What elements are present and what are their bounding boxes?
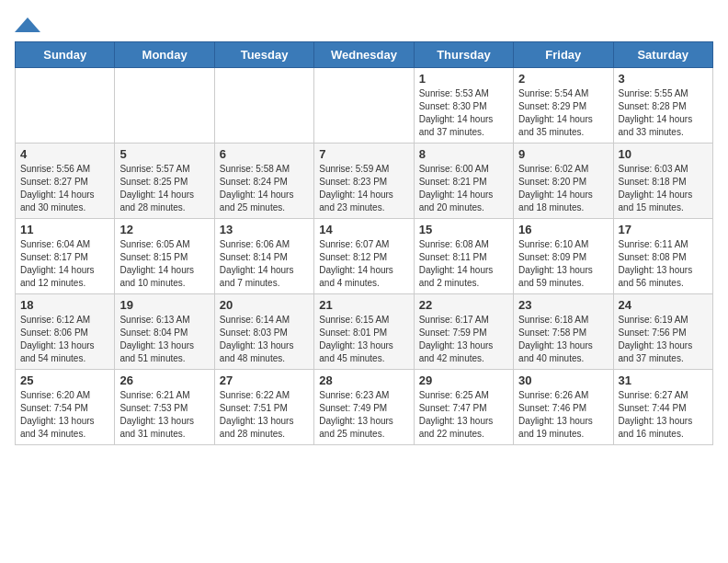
calendar-cell: 26Sunrise: 6:21 AM Sunset: 7:53 PM Dayli… (115, 370, 214, 445)
day-info: Sunrise: 6:04 AM Sunset: 8:17 PM Dayligh… (20, 238, 109, 290)
day-info: Sunrise: 6:11 AM Sunset: 8:08 PM Dayligh… (619, 238, 708, 290)
calendar-cell: 24Sunrise: 6:19 AM Sunset: 7:56 PM Dayli… (613, 294, 712, 370)
day-info: Sunrise: 6:06 AM Sunset: 8:14 PM Dayligh… (220, 238, 309, 290)
day-info: Sunrise: 5:56 AM Sunset: 8:27 PM Dayligh… (20, 163, 109, 214)
day-number: 24 (619, 298, 708, 312)
calendar-cell: 29Sunrise: 6:25 AM Sunset: 7:47 PM Dayli… (414, 370, 513, 445)
calendar-cell: 25Sunrise: 6:20 AM Sunset: 7:54 PM Dayli… (16, 370, 115, 445)
logo (15, 15, 44, 34)
header (15, 15, 713, 34)
day-number: 16 (518, 223, 608, 236)
calendar-cell: 20Sunrise: 6:14 AM Sunset: 8:03 PM Dayli… (214, 294, 313, 370)
day-number: 6 (220, 147, 309, 161)
day-info: Sunrise: 6:00 AM Sunset: 8:21 PM Dayligh… (419, 163, 508, 214)
day-info: Sunrise: 5:57 AM Sunset: 8:25 PM Dayligh… (119, 163, 209, 214)
day-info: Sunrise: 6:15 AM Sunset: 8:01 PM Dayligh… (319, 314, 408, 365)
day-number: 3 (619, 72, 708, 86)
day-number: 30 (518, 373, 608, 387)
day-info: Sunrise: 6:26 AM Sunset: 7:46 PM Dayligh… (518, 389, 608, 441)
day-number: 13 (220, 223, 309, 236)
day-info: Sunrise: 6:10 AM Sunset: 8:09 PM Dayligh… (518, 238, 608, 290)
calendar-cell: 23Sunrise: 6:18 AM Sunset: 7:58 PM Dayli… (514, 294, 613, 370)
day-number: 22 (419, 298, 508, 312)
calendar-header-row: SundayMondayTuesdayWednesdayThursdayFrid… (16, 42, 713, 68)
svg-marker-0 (15, 17, 40, 32)
day-number: 19 (119, 298, 209, 312)
day-info: Sunrise: 6:21 AM Sunset: 7:53 PM Dayligh… (119, 389, 209, 441)
day-number: 5 (119, 147, 209, 161)
day-info: Sunrise: 5:53 AM Sunset: 8:30 PM Dayligh… (419, 87, 508, 139)
day-number: 31 (619, 373, 708, 387)
calendar-cell: 5Sunrise: 5:57 AM Sunset: 8:25 PM Daylig… (115, 144, 214, 219)
day-number: 28 (319, 373, 408, 387)
calendar-cell: 30Sunrise: 6:26 AM Sunset: 7:46 PM Dayli… (514, 370, 613, 445)
calendar-cell: 10Sunrise: 6:03 AM Sunset: 8:18 PM Dayli… (613, 144, 712, 219)
calendar-cell: 19Sunrise: 6:13 AM Sunset: 8:04 PM Dayli… (115, 294, 214, 370)
day-header-sunday: Sunday (16, 42, 115, 68)
calendar-cell: 6Sunrise: 5:58 AM Sunset: 8:24 PM Daylig… (214, 144, 313, 219)
day-number: 2 (518, 72, 608, 86)
calendar-cell: 21Sunrise: 6:15 AM Sunset: 8:01 PM Dayli… (314, 294, 414, 370)
calendar-cell: 22Sunrise: 6:17 AM Sunset: 7:59 PM Dayli… (414, 294, 513, 370)
day-number: 27 (220, 373, 309, 387)
day-info: Sunrise: 6:18 AM Sunset: 7:58 PM Dayligh… (518, 314, 608, 365)
calendar-cell (214, 68, 313, 144)
day-number: 10 (619, 147, 708, 161)
day-info: Sunrise: 6:08 AM Sunset: 8:11 PM Dayligh… (419, 238, 508, 290)
day-number: 12 (119, 223, 209, 236)
day-info: Sunrise: 6:02 AM Sunset: 8:20 PM Dayligh… (518, 163, 608, 214)
calendar-cell (115, 68, 214, 144)
day-header-tuesday: Tuesday (214, 42, 313, 68)
day-info: Sunrise: 6:22 AM Sunset: 7:51 PM Dayligh… (220, 389, 309, 441)
calendar-week-row: 1Sunrise: 5:53 AM Sunset: 8:30 PM Daylig… (16, 68, 713, 144)
calendar-cell: 27Sunrise: 6:22 AM Sunset: 7:51 PM Dayli… (214, 370, 313, 445)
logo-icon (15, 16, 40, 34)
day-info: Sunrise: 6:20 AM Sunset: 7:54 PM Dayligh… (20, 389, 109, 441)
day-info: Sunrise: 6:12 AM Sunset: 8:06 PM Dayligh… (20, 314, 109, 365)
calendar-cell: 16Sunrise: 6:10 AM Sunset: 8:09 PM Dayli… (514, 219, 613, 294)
calendar-cell: 11Sunrise: 6:04 AM Sunset: 8:17 PM Dayli… (16, 219, 115, 294)
day-info: Sunrise: 6:07 AM Sunset: 8:12 PM Dayligh… (319, 238, 408, 290)
day-info: Sunrise: 6:17 AM Sunset: 7:59 PM Dayligh… (419, 314, 508, 365)
day-number: 25 (20, 373, 109, 387)
day-number: 23 (518, 298, 608, 312)
day-info: Sunrise: 6:27 AM Sunset: 7:44 PM Dayligh… (619, 389, 708, 441)
day-info: Sunrise: 6:14 AM Sunset: 8:03 PM Dayligh… (220, 314, 309, 365)
calendar-cell: 15Sunrise: 6:08 AM Sunset: 8:11 PM Dayli… (414, 219, 513, 294)
calendar-cell: 13Sunrise: 6:06 AM Sunset: 8:14 PM Dayli… (214, 219, 313, 294)
day-number: 17 (619, 223, 708, 236)
day-info: Sunrise: 5:55 AM Sunset: 8:28 PM Dayligh… (619, 87, 708, 139)
day-number: 29 (419, 373, 508, 387)
day-number: 11 (20, 223, 109, 236)
day-number: 20 (220, 298, 309, 312)
day-number: 18 (20, 298, 109, 312)
calendar-cell: 7Sunrise: 5:59 AM Sunset: 8:23 PM Daylig… (314, 144, 414, 219)
calendar-cell: 3Sunrise: 5:55 AM Sunset: 8:28 PM Daylig… (613, 68, 712, 144)
calendar: SundayMondayTuesdayWednesdayThursdayFrid… (15, 41, 713, 445)
day-header-friday: Friday (514, 42, 613, 68)
day-info: Sunrise: 6:19 AM Sunset: 7:56 PM Dayligh… (619, 314, 708, 365)
day-header-saturday: Saturday (613, 42, 712, 68)
day-number: 15 (419, 223, 508, 236)
calendar-cell: 12Sunrise: 6:05 AM Sunset: 8:15 PM Dayli… (115, 219, 214, 294)
day-number: 14 (319, 223, 408, 236)
calendar-week-row: 4Sunrise: 5:56 AM Sunset: 8:27 PM Daylig… (16, 144, 713, 219)
day-info: Sunrise: 5:58 AM Sunset: 8:24 PM Dayligh… (220, 163, 309, 214)
calendar-cell: 9Sunrise: 6:02 AM Sunset: 8:20 PM Daylig… (514, 144, 613, 219)
day-number: 8 (419, 147, 508, 161)
day-info: Sunrise: 6:03 AM Sunset: 8:18 PM Dayligh… (619, 163, 708, 214)
day-number: 26 (119, 373, 209, 387)
calendar-cell: 14Sunrise: 6:07 AM Sunset: 8:12 PM Dayli… (314, 219, 414, 294)
day-number: 7 (319, 147, 408, 161)
calendar-cell: 4Sunrise: 5:56 AM Sunset: 8:27 PM Daylig… (16, 144, 115, 219)
day-info: Sunrise: 5:59 AM Sunset: 8:23 PM Dayligh… (319, 163, 408, 214)
day-header-wednesday: Wednesday (314, 42, 414, 68)
calendar-cell: 17Sunrise: 6:11 AM Sunset: 8:08 PM Dayli… (613, 219, 712, 294)
calendar-cell: 28Sunrise: 6:23 AM Sunset: 7:49 PM Dayli… (314, 370, 414, 445)
day-number: 9 (518, 147, 608, 161)
day-info: Sunrise: 6:25 AM Sunset: 7:47 PM Dayligh… (419, 389, 508, 441)
day-info: Sunrise: 6:13 AM Sunset: 8:04 PM Dayligh… (119, 314, 209, 365)
day-header-thursday: Thursday (414, 42, 513, 68)
calendar-week-row: 18Sunrise: 6:12 AM Sunset: 8:06 PM Dayli… (16, 294, 713, 370)
calendar-cell: 1Sunrise: 5:53 AM Sunset: 8:30 PM Daylig… (414, 68, 513, 144)
